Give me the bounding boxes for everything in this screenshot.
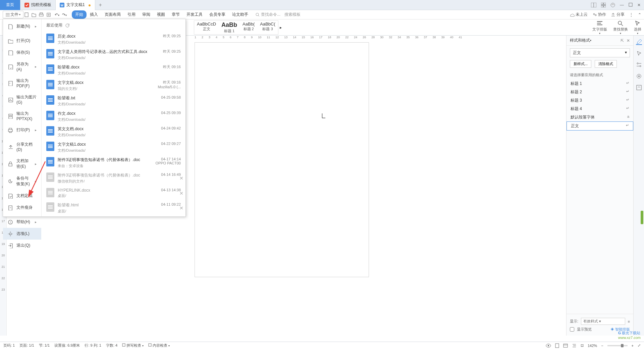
style-list-item[interactable]: 默认段落字体a [567,113,633,121]
ribbon-tab-0[interactable]: 开始 [72,10,87,19]
clear-format-button[interactable]: 清除格式 [595,60,617,68]
location-icon[interactable] [636,73,642,79]
file-menu-save[interactable]: 保存(S) [3,47,41,58]
ribbon-tab-6[interactable]: 章节 [168,10,183,19]
qa-new[interactable] [24,12,31,17]
recent-file-item[interactable]: 附件3证明事项告知承诺书（代替体检表）.doc微信收到的文件/04-14 16:… [42,170,185,186]
style-list-item[interactable]: 标题 3↵ [567,96,633,105]
more-icon[interactable]: ⋮ [629,12,633,17]
file-menu-button[interactable]: 文件 ▾ [3,11,23,18]
layout-icon[interactable] [591,3,596,7]
remove-recent-icon[interactable]: ✕ [179,176,183,181]
style-preset[interactable]: AaBbC(标题 3 [257,21,278,34]
file-menu-final[interactable]: 文档定稿 [3,190,41,202]
ribbon-tab-4[interactable]: 审阅 [139,10,154,19]
file-menu-gear[interactable]: 选项(L) [3,228,41,240]
share-button[interactable]: 分享 [611,12,625,17]
style-list-item[interactable]: 标题 4↵ [567,105,633,113]
search-template[interactable]: 搜索模板 [284,12,301,17]
ribbon-tab-7[interactable]: 开发工具 [183,10,206,19]
panel-close-icon[interactable]: ✕ [627,38,630,43]
pin-icon[interactable]: ⇱ [621,38,624,43]
recent-file-item[interactable]: HYPERLINK.docx桌面/04-13 14:38✕ [42,186,185,200]
recent-file-item[interactable]: 英文文档.docx文档/Downloads/04-24 09:42 [42,124,185,140]
cloud-status[interactable]: 未上云 [569,12,588,17]
recent-file-item[interactable]: 历史.docx文档/Downloads/昨天 09:25 [42,32,185,47]
recent-header: 最近使用 [46,22,62,28]
document-page[interactable] [195,42,369,277]
recent-file-item[interactable]: 盼望着.txt文档/Downloads/04-25 09:58 [42,93,185,109]
grid-icon[interactable] [601,3,606,7]
svg-point-30 [640,65,641,67]
tab-document[interactable]: W 文字文稿1 ● [56,0,95,10]
style-preset[interactable]: AaBbCcD正文 [194,21,219,34]
ribbon-tab-3[interactable]: 引用 [124,10,139,19]
find-replace-button[interactable]: 查找替换▾ [613,20,628,35]
recent-file-item[interactable]: 作文.docx文档/Downloads/04-25 09:39 [42,109,185,124]
close-button[interactable]: ✕ [637,3,641,7]
recent-file-item[interactable]: 文字文稿.docx我的云文档/昨天 09:16Mozilla/5.0 (... [42,78,185,93]
recent-file-item[interactable]: 盼望着.docx文档/Downloads/昨天 09:16 [42,62,185,78]
search-command[interactable]: 查找命令... [256,12,280,17]
current-style-select[interactable]: 正文▾ [570,48,630,57]
file-menu-print[interactable]: 打印(P)▸ [3,124,41,136]
chevron-icon[interactable]: ⌃ [638,12,641,17]
file-menu-saveas[interactable]: 另存为(A)▸ [3,58,41,75]
select-button[interactable]: 选择▾ [634,20,641,35]
new-tab-button[interactable]: + [95,2,105,8]
file-menu-img[interactable]: 输出为图片(G) [3,91,41,108]
ribbon-tab-8[interactable]: 会员专享 [206,10,229,19]
coop-button[interactable]: 协作 [592,12,606,17]
file-menu-pdf[interactable]: 输出为PDF(F) [3,75,41,91]
tab-templates[interactable]: 找稻壳模板 [20,0,56,10]
qa-preview[interactable] [46,12,53,17]
minimize-button[interactable]: — [620,3,624,7]
style-list-item[interactable]: 标题 1↵ [567,80,633,88]
expand-icon[interactable] [636,85,642,91]
style-preset[interactable]: AaBb(标题 2 [240,21,257,34]
preview-checkbox[interactable] [570,327,574,332]
ribbon-tab-5[interactable]: 视图 [154,10,168,19]
file-menu-ppt[interactable]: 输出为PPTX(X) [3,108,41,124]
remove-recent-icon[interactable]: ✕ [179,191,183,196]
svg-point-33 [638,76,640,77]
show-select[interactable]: 有效样式 ▾ [581,318,625,325]
style-preset[interactable]: AaBb标题 1 [219,21,240,34]
pencil-icon[interactable] [636,39,642,45]
qa-print[interactable] [39,12,46,17]
panel-menu-icon[interactable]: ≡ [628,319,630,323]
recent-file-item[interactable]: 语文.docx文档/04-10 09:51 [42,216,185,216]
file-menu-new[interactable]: 新建(N)▸ [3,20,41,32]
cursor-icon[interactable] [636,50,642,56]
file-menu-slim[interactable]: 文件瘦身 [3,202,41,213]
skin-icon[interactable] [610,3,615,7]
svg-rect-23 [597,21,602,22]
svg-rect-15 [40,13,43,14]
qa-open[interactable] [32,12,38,17]
scroll-indicator[interactable] [641,211,643,224]
settings-icon[interactable] [636,62,642,68]
qa-undo[interactable]: ↶▾ [54,12,60,17]
tab-home[interactable]: 首页 [0,0,20,10]
file-menu-lock[interactable]: 文档加密(E)▸ [3,155,41,172]
refresh-icon[interactable] [65,23,70,28]
recent-file-item[interactable]: 文字文稿1.docx文档/Downloads/04-22 09:27 [42,140,185,155]
ribbon-tab-9[interactable]: 论文助手 [229,10,252,19]
recent-file-item[interactable]: 盼望着.html桌面/04-11 09:22✕ [42,200,185,216]
recent-file-item[interactable]: 附件3证明事项告知承诺书（代替体检表）.doc来自：安卓设备04-17 14:1… [42,155,185,170]
remove-recent-icon[interactable]: ✕ [179,205,183,211]
file-menu-help[interactable]: 帮助(H)▸ [3,216,41,228]
file-menu-open[interactable]: 打开(O) [3,35,41,47]
text-layout-button[interactable]: 文字排版▾ [592,20,607,35]
style-list-item[interactable]: 正文↵ [567,121,633,131]
maximize-button[interactable] [629,3,633,7]
ribbon-tab-2[interactable]: 页面布局 [101,10,124,19]
style-list-item[interactable]: 标题 2↵ [567,88,633,96]
ribbon-tab-1[interactable]: 插入 [87,10,101,19]
qa-redo[interactable]: ↷▾ [61,12,68,17]
file-menu-backup[interactable]: 备份与恢复(K)▸ [3,172,41,190]
new-style-button[interactable]: 新样式... [570,60,591,68]
file-menu-share[interactable]: 分享文档(D) [3,139,41,155]
recent-file-item[interactable]: 文字是人类用符号记录表达...远的方式和工具.docx文档/Downloads/… [42,47,185,62]
file-menu-exit[interactable]: 退出(Q) [3,240,41,251]
